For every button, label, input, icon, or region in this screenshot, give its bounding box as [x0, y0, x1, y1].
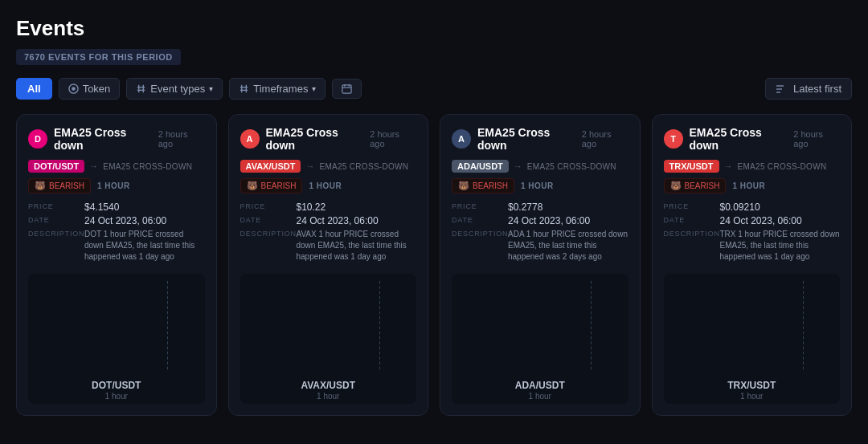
price-label: PRICE — [240, 202, 297, 213]
info-block: PRICE $0.2778 DATE 24 Oct 2023, 06:00 DE… — [452, 202, 628, 263]
calendar-icon — [342, 84, 352, 94]
page-container: Events 7670 EVENTS FOR THIS PERIOD All T… — [0, 0, 868, 432]
card-title-row: A EMA25 Cross down — [240, 126, 371, 152]
trx-token-icon: T — [664, 129, 683, 149]
all-filter-button[interactable]: All — [16, 78, 52, 100]
sort-icon — [776, 84, 788, 95]
calendar-filter-button[interactable] — [332, 79, 362, 99]
tag-arrow: → — [89, 161, 98, 171]
chart-area: ADA/USDT 1 hour — [452, 274, 628, 404]
price-label: PRICE — [28, 202, 84, 213]
card-trx[interactable]: T EMA25 Cross down 2 hours ago TRX/USDT … — [652, 114, 853, 416]
pair-tag: AVAX/USDT — [240, 160, 301, 173]
event-type-tag: EMA25 CROSS-DOWN — [738, 162, 827, 171]
date-value: 24 Oct 2023, 06:00 — [84, 215, 205, 226]
card-header: D EMA25 Cross down 2 hours ago — [28, 126, 205, 152]
desc-value: DOT 1 hour PRICE crossed down EMA25, the… — [84, 229, 205, 263]
chart-label: TRX/USDT — [664, 380, 841, 391]
desc-label: DESCRIPTION — [664, 229, 720, 263]
card-header: A EMA25 Cross down 2 hours ago — [240, 126, 417, 152]
price-label: PRICE — [664, 202, 720, 213]
bearish-row: 🐻 BEARISH 1 HOUR — [664, 178, 841, 193]
price-label: PRICE — [452, 202, 508, 213]
toolbar: All Token Event types ▾ — [16, 78, 852, 100]
card-avax[interactable]: A EMA25 Cross down 2 hours ago AVAX/USDT… — [228, 114, 429, 416]
bearish-badge: 🐻 BEARISH — [452, 178, 514, 193]
desc-label: DESCRIPTION — [28, 229, 84, 263]
card-title: EMA25 Cross down — [690, 126, 794, 152]
date-label: DATE — [240, 215, 297, 226]
sort-button[interactable]: Latest first — [765, 78, 852, 100]
card-time: 2 hours ago — [793, 129, 840, 149]
pair-tag: TRX/USDT — [664, 160, 719, 173]
date-label: DATE — [28, 215, 84, 226]
card-header: A EMA25 Cross down 2 hours ago — [452, 126, 628, 152]
svg-rect-10 — [342, 85, 351, 93]
hour-badge: 1 HOUR — [521, 181, 554, 190]
card-ada[interactable]: A EMA25 Cross down 2 hours ago ADA/USDT … — [440, 114, 641, 416]
chart-area: AVAX/USDT 1 hour — [240, 274, 417, 404]
ada-token-icon: A — [452, 129, 471, 149]
date-value: 24 Oct 2023, 06:00 — [297, 215, 417, 226]
tag-arrow: → — [305, 161, 314, 171]
bear-icon: 🐻 — [247, 181, 258, 191]
pair-tag: DOT/USDT — [28, 160, 84, 173]
desc-value: TRX 1 hour PRICE crossed down EMA25, the… — [720, 229, 841, 263]
card-title-row: T EMA25 Cross down — [664, 126, 794, 152]
svg-rect-23 — [664, 274, 841, 378]
chart-area: TRX/USDT 1 hour — [664, 274, 841, 404]
timeframes-chevron: ▾ — [312, 84, 316, 93]
card-time: 2 hours ago — [158, 129, 205, 149]
hash-icon-2 — [239, 84, 249, 94]
bearish-badge: 🐻 BEARISH — [664, 178, 727, 193]
bearish-label: BEARISH — [685, 181, 720, 190]
bear-icon: 🐻 — [458, 181, 469, 191]
tags-row: TRX/USDT → EMA25 CROSS-DOWN — [664, 160, 841, 173]
bearish-row: 🐻 BEARISH 1 HOUR — [28, 178, 205, 193]
card-title-row: D EMA25 Cross down — [28, 126, 158, 152]
tags-row: ADA/USDT → EMA25 CROSS-DOWN — [452, 160, 628, 173]
event-types-filter-button[interactable]: Event types ▾ — [126, 78, 223, 100]
desc-value: AVAX 1 hour PRICE crossed down EMA25, th… — [297, 229, 417, 263]
chart-sublabel: 1 hour — [240, 392, 417, 401]
tags-row: DOT/USDT → EMA25 CROSS-DOWN — [28, 160, 205, 173]
tags-row: AVAX/USDT → EMA25 CROSS-DOWN — [240, 160, 417, 173]
bearish-label: BEARISH — [473, 181, 508, 190]
price-value: $0.09210 — [720, 202, 841, 213]
chart-sublabel: 1 hour — [28, 392, 205, 401]
card-dot[interactable]: D EMA25 Cross down 2 hours ago DOT/USDT … — [16, 114, 217, 416]
date-label: DATE — [664, 215, 720, 226]
token-filter-button[interactable]: Token — [59, 78, 121, 100]
chart-label: AVAX/USDT — [240, 380, 417, 391]
hour-badge: 1 HOUR — [732, 181, 765, 190]
bearish-row: 🐻 BEARISH 1 HOUR — [452, 178, 628, 193]
chart-label: ADA/USDT — [452, 380, 628, 391]
svg-rect-19 — [240, 274, 417, 378]
events-count-badge: 7670 EVENTS FOR THIS PERIOD — [16, 49, 181, 65]
price-value: $10.22 — [297, 202, 417, 213]
chart-sublabel: 1 hour — [452, 392, 628, 401]
svg-point-1 — [72, 87, 76, 91]
avax-token-icon: A — [240, 129, 260, 149]
info-block: PRICE $10.22 DATE 24 Oct 2023, 06:00 DES… — [240, 202, 417, 263]
date-label: DATE — [452, 215, 508, 226]
card-title: EMA25 Cross down — [54, 126, 158, 152]
bearish-label: BEARISH — [49, 181, 84, 190]
dot-token-icon: D — [28, 129, 47, 149]
cards-row: D EMA25 Cross down 2 hours ago DOT/USDT … — [16, 114, 852, 416]
pair-tag: ADA/USDT — [452, 160, 509, 173]
info-block: PRICE $0.09210 DATE 24 Oct 2023, 06:00 D… — [664, 202, 841, 263]
event-types-chevron: ▾ — [209, 84, 213, 93]
hash-icon — [136, 84, 146, 94]
event-type-tag: EMA25 CROSS-DOWN — [103, 162, 192, 171]
desc-label: DESCRIPTION — [452, 229, 508, 263]
card-time: 2 hours ago — [370, 129, 416, 149]
svg-rect-17 — [28, 274, 205, 378]
card-header: T EMA25 Cross down 2 hours ago — [664, 126, 841, 152]
bearish-row: 🐻 BEARISH 1 HOUR — [240, 178, 417, 193]
timeframes-filter-button[interactable]: Timeframes ▾ — [229, 78, 326, 100]
date-value: 24 Oct 2023, 06:00 — [508, 215, 628, 226]
date-value: 24 Oct 2023, 06:00 — [720, 215, 841, 226]
price-value: $4.1540 — [84, 202, 205, 213]
bearish-badge: 🐻 BEARISH — [240, 178, 303, 193]
